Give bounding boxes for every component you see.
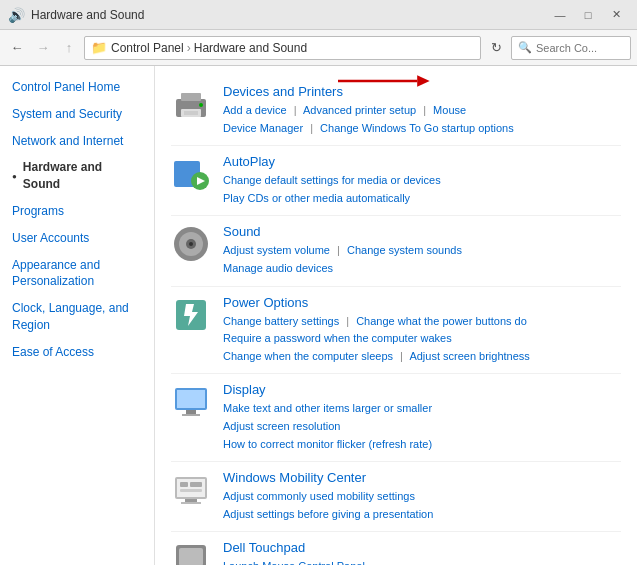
flicker-link[interactable]: How to correct monitor flicker (refresh … — [223, 438, 432, 450]
category-power: Power Options Change battery settings | … — [171, 287, 621, 375]
svg-rect-24 — [185, 499, 197, 502]
display-title[interactable]: Display — [223, 382, 621, 397]
mobility-content: Windows Mobility Center Adjust commonly … — [223, 470, 621, 523]
category-mobility: Windows Mobility Center Adjust commonly … — [171, 462, 621, 532]
address-field[interactable]: 📁 Control Panel › Hardware and Sound — [84, 36, 481, 60]
sidebar-item-hardware-sound[interactable]: Hardware and Sound — [0, 154, 154, 198]
manage-audio-link[interactable]: Manage audio devices — [223, 262, 333, 274]
category-sound: Sound Adjust system volume | Change syst… — [171, 216, 621, 286]
power-icon — [171, 295, 211, 335]
svg-rect-1 — [181, 93, 201, 101]
forward-button[interactable]: → — [32, 37, 54, 59]
presentation-link[interactable]: Adjust settings before giving a presenta… — [223, 508, 433, 520]
title-bar: 🔊 Hardware and Sound — □ ✕ — [0, 0, 637, 30]
back-button[interactable]: ← — [6, 37, 28, 59]
autoplay-content: AutoPlay Change default settings for med… — [223, 154, 621, 207]
power-content: Power Options Change battery settings | … — [223, 295, 621, 366]
sidebar: Control Panel Home System and Security N… — [0, 66, 155, 565]
folder-icon: 📁 — [91, 40, 107, 55]
power-links: Change battery settings | Change what th… — [223, 313, 621, 366]
power-title[interactable]: Power Options — [223, 295, 621, 310]
breadcrumb-sep: › — [187, 41, 191, 55]
touchpad-title[interactable]: Dell Touchpad — [223, 540, 621, 555]
window-title: Hardware and Sound — [31, 8, 144, 22]
svg-rect-27 — [179, 548, 203, 565]
devices-printers-links: Add a device | Advanced printer setup | … — [223, 102, 621, 137]
sidebar-item-appearance[interactable]: Appearance and Personalization — [0, 252, 154, 296]
sound-title[interactable]: Sound — [223, 224, 621, 239]
svg-rect-20 — [177, 479, 205, 497]
sidebar-item-network-internet[interactable]: Network and Internet — [0, 128, 154, 155]
display-icon — [171, 382, 211, 422]
svg-rect-22 — [190, 482, 202, 487]
mouse-link[interactable]: Mouse — [433, 104, 466, 116]
breadcrumb-current[interactable]: Hardware and Sound — [194, 41, 307, 55]
svg-point-3 — [199, 103, 203, 107]
titlebar-left: 🔊 Hardware and Sound — [8, 7, 144, 23]
close-button[interactable]: ✕ — [603, 5, 629, 25]
display-links: Make text and other items larger or smal… — [223, 400, 621, 453]
main-container: Control Panel Home System and Security N… — [0, 66, 637, 565]
battery-settings-link[interactable]: Change battery settings — [223, 315, 339, 327]
touchpad-links: Launch Mouse Control Panel — [223, 558, 621, 565]
maximize-button[interactable]: □ — [575, 5, 601, 25]
search-box[interactable]: 🔍 — [511, 36, 631, 60]
content-area: Devices and Printers Add a device | Adva… — [155, 66, 637, 565]
svg-marker-6 — [417, 75, 430, 87]
text-size-link[interactable]: Make text and other items larger or smal… — [223, 402, 432, 414]
svg-rect-21 — [180, 482, 188, 487]
svg-rect-25 — [181, 502, 201, 504]
sidebar-item-clock-language[interactable]: Clock, Language, and Region — [0, 295, 154, 339]
mobility-title[interactable]: Windows Mobility Center — [223, 470, 621, 485]
touchpad-icon — [171, 540, 211, 565]
brightness-link[interactable]: Adjust screen brightness — [409, 350, 529, 362]
sound-content: Sound Adjust system volume | Change syst… — [223, 224, 621, 277]
advanced-printer-setup-link[interactable]: Advanced printer setup — [303, 104, 416, 116]
svg-rect-23 — [180, 489, 202, 492]
autoplay-icon — [171, 154, 211, 194]
category-autoplay: AutoPlay Change default settings for med… — [171, 146, 621, 216]
sound-icon — [171, 224, 211, 264]
sidebar-item-ease-of-access[interactable]: Ease of Access — [0, 339, 154, 366]
autoplay-default-link[interactable]: Change default settings for media or dev… — [223, 174, 441, 186]
autoplay-cds-link[interactable]: Play CDs or other media automatically — [223, 192, 410, 204]
add-device-link[interactable]: Add a device — [223, 104, 287, 116]
refresh-button[interactable]: ↻ — [485, 37, 507, 59]
power-buttons-link[interactable]: Change what the power buttons do — [356, 315, 527, 327]
sidebar-item-programs[interactable]: Programs — [0, 198, 154, 225]
svg-rect-18 — [182, 414, 200, 416]
address-bar: ← → ↑ 📁 Control Panel › Hardware and Sou… — [0, 30, 637, 66]
mobility-icon — [171, 470, 211, 510]
svg-rect-16 — [177, 390, 205, 408]
devices-printers-content: Devices and Printers Add a device | Adva… — [223, 84, 621, 137]
device-manager-link[interactable]: Device Manager — [223, 122, 303, 134]
search-icon: 🔍 — [518, 41, 532, 54]
search-input[interactable] — [536, 42, 616, 54]
up-button[interactable]: ↑ — [58, 37, 80, 59]
category-devices-printers: Devices and Printers Add a device | Adva… — [171, 76, 621, 146]
sidebar-item-user-accounts[interactable]: User Accounts — [0, 225, 154, 252]
sidebar-item-control-panel-home[interactable]: Control Panel Home — [0, 74, 154, 101]
svg-rect-17 — [186, 410, 196, 414]
svg-rect-4 — [184, 111, 198, 115]
autoplay-title[interactable]: AutoPlay — [223, 154, 621, 169]
sidebar-item-system-security[interactable]: System and Security — [0, 101, 154, 128]
touchpad-content: Dell Touchpad Launch Mouse Control Panel — [223, 540, 621, 565]
minimize-button[interactable]: — — [547, 5, 573, 25]
mobility-links: Adjust commonly used mobility settings A… — [223, 488, 621, 523]
change-sounds-link[interactable]: Change system sounds — [347, 244, 462, 256]
adjust-volume-link[interactable]: Adjust system volume — [223, 244, 330, 256]
sleep-link[interactable]: Change when the computer sleeps — [223, 350, 393, 362]
devices-printers-icon — [171, 84, 211, 124]
mouse-control-panel-link[interactable]: Launch Mouse Control Panel — [223, 560, 365, 565]
red-arrow — [338, 70, 438, 92]
display-content: Display Make text and other items larger… — [223, 382, 621, 453]
window-controls: — □ ✕ — [547, 5, 629, 25]
screen-resolution-link[interactable]: Adjust screen resolution — [223, 420, 340, 432]
password-wakes-link[interactable]: Require a password when the computer wak… — [223, 332, 452, 344]
windows-to-go-link[interactable]: Change Windows To Go startup options — [320, 122, 514, 134]
category-display: Display Make text and other items larger… — [171, 374, 621, 462]
devices-printers-title[interactable]: Devices and Printers — [223, 84, 343, 99]
breadcrumb-home[interactable]: Control Panel — [111, 41, 184, 55]
mobility-settings-link[interactable]: Adjust commonly used mobility settings — [223, 490, 415, 502]
